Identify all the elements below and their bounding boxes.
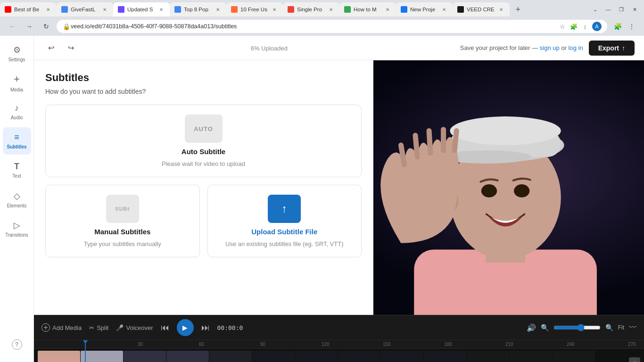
ruler-60: 60 [199, 342, 204, 347]
auto-subtitle-card[interactable]: AUTO Auto Subtitle Please wait for video… [45, 105, 362, 177]
zoom-in-icon[interactable]: 🔍 [605, 324, 613, 331]
tab-close-8[interactable]: ✕ [440, 6, 448, 13]
track-content: + [34, 349, 644, 362]
redo-button[interactable]: ↪ [63, 41, 78, 56]
track-thumb-5 [209, 351, 252, 362]
sidebar-item-help[interactable]: ? [3, 331, 31, 358]
tab-label-9: VEED CRE [467, 7, 495, 12]
extension-icon[interactable]: 🧩 [570, 22, 578, 31]
tab-10free[interactable]: 10 Free Us ✕ [226, 2, 283, 16]
tab-close-1[interactable]: ✕ [44, 6, 52, 13]
sidebar-item-audio[interactable]: ♪ Audio [3, 98, 31, 125]
playhead-triangle [83, 340, 88, 344]
tab-close-9[interactable]: ✕ [497, 6, 505, 13]
mic-icon: 🎤 [116, 324, 124, 331]
tab-favicon-9 [457, 6, 464, 13]
tab-favicon-8 [401, 6, 407, 13]
export-button[interactable]: Export ↑ [589, 41, 635, 56]
address-bar[interactable]: 🔒 veed.io/edit/74031b8a-4506-40f7-9088-5… [57, 20, 607, 33]
reload-button[interactable]: ↻ [40, 20, 53, 33]
ruler-30: 30 [138, 342, 143, 347]
sidebar-label-settings: Settings [8, 57, 25, 62]
tab-close-3[interactable]: ✕ [157, 6, 165, 13]
manual-subtitle-card[interactable]: SUBt Manual Subtitles Type your subtitle… [45, 185, 200, 257]
tab-close-5[interactable]: ✕ [271, 6, 278, 13]
tab-favicon-6 [288, 6, 294, 13]
tab-howto[interactable]: How to M ✕ [339, 2, 396, 16]
export-arrow-icon: ↑ [622, 44, 625, 52]
save-prompt-text: Save your project for later — sign up or… [460, 44, 583, 51]
upload-subtitle-card[interactable]: ↑ Upload Subtitle File Use an existing s… [207, 185, 362, 257]
tab-givefast[interactable]: GiveFastL ✕ [57, 2, 113, 16]
upload-subtitle-desc: Use an existing subtitles file (eg. SRT,… [225, 240, 343, 247]
split-icon: ✂ [89, 324, 94, 331]
ruler-180: 180 [444, 342, 452, 347]
tab-label-2: GiveFastL [71, 7, 98, 12]
manual-subtitle-title: Manual Subtitles [94, 228, 150, 236]
tab-veed[interactable]: VEED CRE ✕ [453, 2, 510, 16]
upload-status-text: 6% Uploaded [251, 45, 288, 52]
skip-back-button[interactable]: ⏮ [161, 323, 169, 333]
lock-icon: 🔒 [62, 22, 71, 31]
browser-actions: 🧩 ⋮ [611, 20, 638, 33]
tab-favicon-4 [174, 6, 181, 13]
sidebar-item-subtitles[interactable]: ≡ Subtitles [3, 127, 31, 155]
waveform-icon[interactable]: 〰 [629, 323, 636, 332]
sidebar-item-elements[interactable]: ◇ Elements [3, 186, 31, 213]
manual-subtitle-desc: Type your subtitles manually [84, 240, 161, 247]
track-thumb-13 [553, 351, 595, 362]
tab-single-pro[interactable]: Single Pro ✕ [283, 2, 339, 16]
sidebar-item-settings[interactable]: ⚙ Settings [3, 40, 31, 67]
tab-top8[interactable]: Top 8 Pop ✕ [170, 2, 226, 16]
zoom-out-icon[interactable]: 🔍 [541, 324, 549, 331]
tab-close-2[interactable]: ✕ [101, 6, 108, 13]
voiceover-button[interactable]: 🎤 Voiceover [116, 324, 153, 331]
back-button[interactable]: ← [6, 20, 19, 33]
skip-forward-button[interactable]: ⏭ [201, 323, 210, 333]
tab-best-of-be[interactable]: Best of Be ✕ [0, 2, 57, 16]
sign-up-link[interactable]: sign up [540, 44, 560, 51]
add-media-button[interactable]: + Add Media [41, 323, 82, 332]
settings-dots-button[interactable]: ⋮ [625, 20, 638, 33]
subtitles-icon: ≡ [14, 132, 19, 142]
volume-icon[interactable]: 🔊 [527, 323, 536, 332]
zoom-slider[interactable] [553, 324, 601, 331]
extensions-button[interactable]: 🧩 [611, 20, 624, 33]
play-button[interactable]: ▶ [177, 319, 194, 336]
ruler-90: 90 [260, 342, 265, 347]
minimize-button[interactable]: — [603, 4, 614, 15]
ruler-240: 240 [567, 342, 575, 347]
restore-button[interactable]: ❒ [616, 4, 627, 15]
tab-new-project[interactable]: New Proje ✕ [396, 2, 453, 16]
tab-label-8: New Proje [410, 7, 438, 12]
timeline-ruler: 30 60 90 120 150 180 210 240 270 [34, 340, 644, 349]
svg-line-18 [454, 131, 456, 151]
manual-icon: SUBt [106, 195, 139, 223]
subtitle-cards-row: SUBt Manual Subtitles Type your subtitle… [45, 185, 362, 257]
profile-icon[interactable]: A [592, 22, 602, 31]
undo-button[interactable]: ↩ [43, 41, 58, 56]
zoom-label: Fit [618, 324, 624, 331]
upload-subtitle-title[interactable]: Upload Subtitle File [251, 228, 317, 236]
tab-close-6[interactable]: ✕ [327, 6, 335, 13]
tab-label-5: 10 Free Us [240, 7, 268, 12]
split-button[interactable]: ✂ Split [89, 324, 108, 331]
sidebar-item-text[interactable]: T Text [3, 156, 31, 184]
forward-button[interactable]: → [23, 20, 36, 33]
tab-updated[interactable]: Updated S ✕ [113, 2, 170, 16]
sidebar-item-media[interactable]: + Media [3, 69, 31, 96]
close-browser-button[interactable]: ✕ [629, 4, 640, 15]
sidebar-label-text: Text [12, 173, 21, 179]
add-track-button[interactable]: + [629, 357, 640, 362]
bookmark-icon[interactable]: ☆ [558, 22, 567, 31]
log-in-link[interactable]: log in [569, 44, 583, 51]
tab-close-4[interactable]: ✕ [214, 6, 222, 13]
track-thumbnails [38, 351, 640, 362]
tab-close-7[interactable]: ✕ [384, 6, 391, 13]
tab-list-button[interactable]: ⌄ [589, 4, 601, 15]
new-tab-button[interactable]: + [512, 3, 525, 16]
svg-point-8 [450, 116, 561, 145]
profile-sync-icon[interactable]: ↕ [581, 22, 589, 31]
sidebar-item-transitions[interactable]: ▷ Transitions [3, 215, 31, 242]
sidebar-label-transitions: Transitions [5, 232, 28, 238]
